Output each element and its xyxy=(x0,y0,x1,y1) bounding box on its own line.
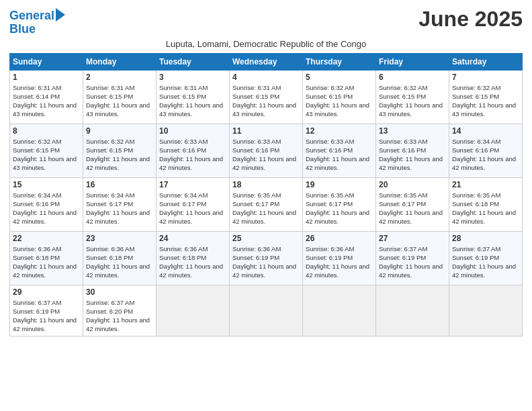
table-row: 24Sunrise: 6:36 AMSunset: 6:18 PMDayligh… xyxy=(157,231,230,285)
table-row: 11Sunrise: 6:33 AMSunset: 6:16 PMDayligh… xyxy=(230,124,303,177)
table-row: 2Sunrise: 6:31 AMSunset: 6:15 PMDaylight… xyxy=(83,70,157,124)
logo-arrow-icon xyxy=(56,8,65,21)
col-thursday: Thursday xyxy=(303,53,376,70)
table-row: 7Sunrise: 6:32 AMSunset: 6:15 PMDaylight… xyxy=(449,70,523,124)
calendar-week-5: 29Sunrise: 6:37 AMSunset: 6:19 PMDayligh… xyxy=(10,285,523,336)
table-row: 9Sunrise: 6:32 AMSunset: 6:15 PMDaylight… xyxy=(83,124,157,177)
table-row: 1Sunrise: 6:31 AMSunset: 6:14 PMDaylight… xyxy=(10,70,83,124)
logo: General Blue xyxy=(9,9,65,36)
table-row: 12Sunrise: 6:33 AMSunset: 6:16 PMDayligh… xyxy=(303,124,376,177)
col-sunday: Sunday xyxy=(10,53,83,70)
table-row xyxy=(157,285,230,336)
col-tuesday: Tuesday xyxy=(157,53,230,70)
table-row xyxy=(376,285,449,336)
table-row: 14Sunrise: 6:34 AMSunset: 6:16 PMDayligh… xyxy=(449,124,523,177)
table-row: 16Sunrise: 6:34 AMSunset: 6:17 PMDayligh… xyxy=(83,177,157,231)
table-row xyxy=(230,285,303,336)
table-row xyxy=(303,285,376,336)
table-row xyxy=(449,285,523,336)
table-row: 30Sunrise: 6:37 AMSunset: 6:20 PMDayligh… xyxy=(83,285,157,336)
table-row: 10Sunrise: 6:33 AMSunset: 6:16 PMDayligh… xyxy=(157,124,230,177)
calendar-week-2: 8Sunrise: 6:32 AMSunset: 6:15 PMDaylight… xyxy=(10,124,523,177)
table-row: 23Sunrise: 6:36 AMSunset: 6:18 PMDayligh… xyxy=(83,231,157,285)
table-row: 22Sunrise: 6:36 AMSunset: 6:18 PMDayligh… xyxy=(10,231,83,285)
table-row: 8Sunrise: 6:32 AMSunset: 6:15 PMDaylight… xyxy=(10,124,83,177)
calendar-week-1: 1Sunrise: 6:31 AMSunset: 6:14 PMDaylight… xyxy=(10,70,523,124)
col-friday: Friday xyxy=(376,53,449,70)
logo-text2: Blue xyxy=(9,23,65,36)
table-row: 3Sunrise: 6:31 AMSunset: 6:15 PMDaylight… xyxy=(157,70,230,124)
calendar-header-row: Sunday Monday Tuesday Wednesday Thursday… xyxy=(10,53,523,70)
table-row: 25Sunrise: 6:36 AMSunset: 6:19 PMDayligh… xyxy=(230,231,303,285)
table-row: 27Sunrise: 6:37 AMSunset: 6:19 PMDayligh… xyxy=(376,231,449,285)
calendar-week-4: 22Sunrise: 6:36 AMSunset: 6:18 PMDayligh… xyxy=(10,231,523,285)
table-row: 15Sunrise: 6:34 AMSunset: 6:16 PMDayligh… xyxy=(10,177,83,231)
calendar-table: Sunday Monday Tuesday Wednesday Thursday… xyxy=(9,53,523,336)
table-row: 28Sunrise: 6:37 AMSunset: 6:19 PMDayligh… xyxy=(449,231,523,285)
table-row: 29Sunrise: 6:37 AMSunset: 6:19 PMDayligh… xyxy=(10,285,83,336)
col-saturday: Saturday xyxy=(449,53,523,70)
table-row: 17Sunrise: 6:34 AMSunset: 6:17 PMDayligh… xyxy=(157,177,230,231)
table-row: 6Sunrise: 6:32 AMSunset: 6:15 PMDaylight… xyxy=(376,70,449,124)
table-row: 4Sunrise: 6:31 AMSunset: 6:15 PMDaylight… xyxy=(230,70,303,124)
col-monday: Monday xyxy=(83,53,157,70)
table-row: 5Sunrise: 6:32 AMSunset: 6:15 PMDaylight… xyxy=(303,70,376,124)
table-row: 18Sunrise: 6:35 AMSunset: 6:17 PMDayligh… xyxy=(230,177,303,231)
table-row: 21Sunrise: 6:35 AMSunset: 6:18 PMDayligh… xyxy=(449,177,523,231)
month-title: June 2025 xyxy=(418,7,523,32)
table-row: 13Sunrise: 6:33 AMSunset: 6:16 PMDayligh… xyxy=(376,124,449,177)
calendar-week-3: 15Sunrise: 6:34 AMSunset: 6:16 PMDayligh… xyxy=(10,177,523,231)
logo-text: General xyxy=(9,9,54,23)
location-subtitle: Luputa, Lomami, Democratic Republic of t… xyxy=(9,39,523,49)
col-wednesday: Wednesday xyxy=(230,53,303,70)
table-row: 26Sunrise: 6:36 AMSunset: 6:19 PMDayligh… xyxy=(303,231,376,285)
table-row: 19Sunrise: 6:35 AMSunset: 6:17 PMDayligh… xyxy=(303,177,376,231)
table-row: 20Sunrise: 6:35 AMSunset: 6:17 PMDayligh… xyxy=(376,177,449,231)
